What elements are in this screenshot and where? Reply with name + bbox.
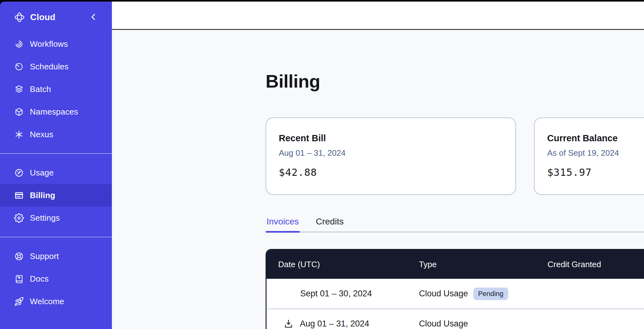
card-subtitle: Aug 01 – 31, 2024 [279, 148, 503, 158]
summary-cards: Recent Bill Aug 01 – 31, 2024 $42.88 Cur… [266, 117, 644, 195]
invoice-date-cell: Aug 01 – 31, 2024 [267, 319, 419, 329]
docs-book-icon [14, 274, 24, 284]
sidebar-item-batch[interactable]: Batch [0, 78, 112, 100]
sidebar-item-settings[interactable]: Settings [0, 207, 112, 229]
sidebar-item-label: Support [30, 251, 59, 261]
sidebar-item-label: Billing [30, 191, 55, 200]
sidebar-item-docs[interactable]: Docs [0, 267, 112, 290]
status-badge: Pending [473, 288, 508, 300]
chevron-left-icon[interactable] [88, 12, 99, 22]
invoice-date: Sept 01 – 30, 2024 [300, 289, 372, 299]
brand-row: Cloud [0, 2, 112, 33]
settings-gear-icon [14, 213, 24, 223]
invoices-table: Date (UTC) Type Credit Granted Sept 01 –… [266, 249, 644, 329]
sidebar-item-label: Welcome [30, 297, 64, 306]
sidebar-item-label: Workflows [30, 39, 68, 49]
invoice-date: Aug 01 – 31, 2024 [300, 319, 369, 329]
sidebar: Cloud Workflows [0, 2, 112, 329]
usage-gauge-icon [14, 168, 24, 178]
batch-layers-icon [14, 84, 24, 94]
sidebar-divider [0, 153, 112, 154]
column-header-credit-granted: Credit Granted [548, 260, 644, 269]
card-amount: $315.97 [547, 166, 644, 178]
invoice-date-cell: Sept 01 – 30, 2024 [267, 289, 419, 299]
sidebar-item-label: Docs [30, 274, 49, 284]
sidebar-item-support[interactable]: Support [0, 245, 112, 267]
card-title: Recent Bill [279, 132, 503, 144]
column-header-type: Type [419, 260, 548, 269]
invoice-type: Cloud Usage [419, 319, 468, 329]
billing-tabs: Invoices Credits [266, 217, 644, 232]
column-header-date: Date (UTC) [267, 260, 419, 269]
sidebar-item-label: Schedules [30, 62, 69, 72]
namespaces-cube-icon [14, 107, 24, 117]
page-title: Billing [266, 69, 644, 93]
temporal-logo-icon [14, 12, 25, 23]
table-header: Date (UTC) Type Credit Granted [267, 250, 644, 279]
sidebar-item-namespaces[interactable]: Namespaces [0, 100, 112, 123]
nexus-asterisk-icon [14, 130, 24, 139]
card-subtitle: As of Sept 19, 2024 [547, 148, 644, 158]
brand-label: Cloud [30, 12, 55, 22]
invoice-type: Cloud Usage [419, 289, 468, 299]
welcome-rocket-icon [14, 297, 24, 306]
sidebar-item-label: Nexus [30, 130, 53, 139]
sidebar-item-workflows[interactable]: Workflows [0, 33, 112, 55]
sidebar-item-label: Namespaces [30, 107, 78, 117]
tab-invoices[interactable]: Invoices [266, 217, 300, 232]
invoice-type-cell: Cloud Usage [419, 319, 548, 329]
table-row: Aug 01 – 31, 2024 Cloud Usage [267, 309, 644, 329]
table-row: Sept 01 – 30, 2024 Cloud Usage Pending [267, 279, 644, 309]
sidebar-item-label: Batch [30, 84, 51, 94]
workflows-spiral-icon [14, 39, 24, 49]
schedules-timer-icon [14, 62, 24, 72]
top-bar [112, 2, 644, 29]
invoice-type-cell: Cloud Usage Pending [419, 288, 548, 300]
sidebar-item-label: Settings [30, 213, 60, 223]
sidebar-item-schedules[interactable]: Schedules [0, 55, 112, 78]
app-window: Cloud Workflows [0, 2, 644, 329]
card-amount: $42.88 [279, 166, 503, 178]
card-title: Current Balance [547, 132, 644, 144]
download-icon[interactable] [283, 319, 294, 329]
sidebar-divider [0, 237, 112, 237]
sidebar-item-nexus[interactable]: Nexus [0, 123, 112, 146]
sidebar-item-welcome[interactable]: Welcome [0, 290, 112, 313]
sidebar-item-usage[interactable]: Usage [0, 161, 112, 184]
sidebar-item-label: Usage [30, 168, 54, 178]
main-content: Billing Recent Bill Aug 01 – 31, 2024 $4… [112, 30, 644, 329]
tab-credits[interactable]: Credits [315, 217, 345, 232]
recent-bill-card: Recent Bill Aug 01 – 31, 2024 $42.88 [266, 117, 516, 195]
current-balance-card: Current Balance As of Sept 19, 2024 $315… [534, 117, 644, 195]
support-lifebuoy-icon [14, 251, 24, 261]
sidebar-item-billing[interactable]: Billing [0, 184, 112, 207]
billing-card-icon [14, 191, 24, 200]
